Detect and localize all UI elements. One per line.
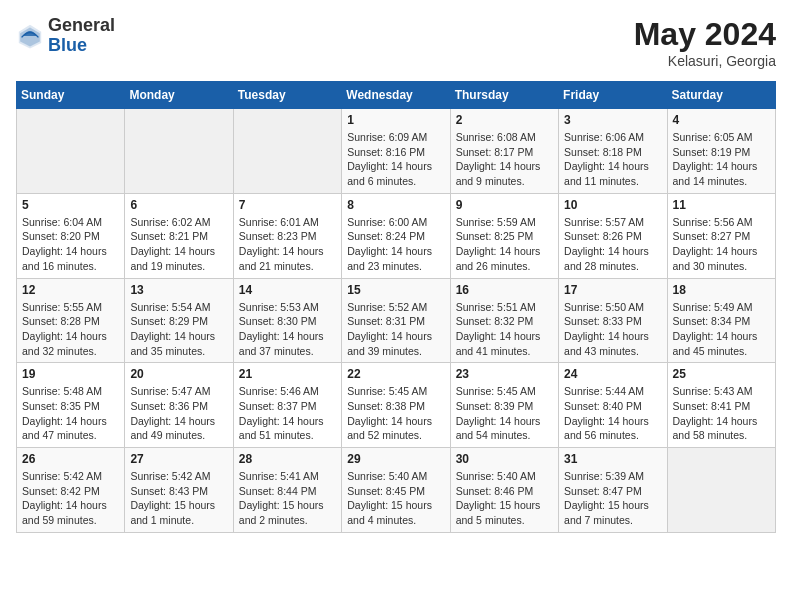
- day-number: 25: [673, 367, 770, 381]
- day-info: Sunrise: 6:08 AM Sunset: 8:17 PM Dayligh…: [456, 130, 553, 189]
- day-info: Sunrise: 5:56 AM Sunset: 8:27 PM Dayligh…: [673, 215, 770, 274]
- day-info: Sunrise: 6:04 AM Sunset: 8:20 PM Dayligh…: [22, 215, 119, 274]
- calendar-cell: 3Sunrise: 6:06 AM Sunset: 8:18 PM Daylig…: [559, 109, 667, 194]
- day-info: Sunrise: 5:43 AM Sunset: 8:41 PM Dayligh…: [673, 384, 770, 443]
- calendar-cell: 25Sunrise: 5:43 AM Sunset: 8:41 PM Dayli…: [667, 363, 775, 448]
- calendar-cell: 8Sunrise: 6:00 AM Sunset: 8:24 PM Daylig…: [342, 193, 450, 278]
- calendar-cell: 24Sunrise: 5:44 AM Sunset: 8:40 PM Dayli…: [559, 363, 667, 448]
- day-info: Sunrise: 5:54 AM Sunset: 8:29 PM Dayligh…: [130, 300, 227, 359]
- weekday-header-row: SundayMondayTuesdayWednesdayThursdayFrid…: [17, 82, 776, 109]
- weekday-header-sunday: Sunday: [17, 82, 125, 109]
- day-number: 13: [130, 283, 227, 297]
- day-number: 22: [347, 367, 444, 381]
- day-info: Sunrise: 5:59 AM Sunset: 8:25 PM Dayligh…: [456, 215, 553, 274]
- day-number: 4: [673, 113, 770, 127]
- day-number: 17: [564, 283, 661, 297]
- calendar-cell: 19Sunrise: 5:48 AM Sunset: 8:35 PM Dayli…: [17, 363, 125, 448]
- day-number: 19: [22, 367, 119, 381]
- calendar-cell: 13Sunrise: 5:54 AM Sunset: 8:29 PM Dayli…: [125, 278, 233, 363]
- day-info: Sunrise: 6:02 AM Sunset: 8:21 PM Dayligh…: [130, 215, 227, 274]
- weekday-header-friday: Friday: [559, 82, 667, 109]
- calendar-week-3: 12Sunrise: 5:55 AM Sunset: 8:28 PM Dayli…: [17, 278, 776, 363]
- calendar-week-4: 19Sunrise: 5:48 AM Sunset: 8:35 PM Dayli…: [17, 363, 776, 448]
- weekday-header-wednesday: Wednesday: [342, 82, 450, 109]
- day-info: Sunrise: 5:42 AM Sunset: 8:43 PM Dayligh…: [130, 469, 227, 528]
- calendar-cell: 26Sunrise: 5:42 AM Sunset: 8:42 PM Dayli…: [17, 448, 125, 533]
- page-header: General Blue May 2024 Kelasuri, Georgia: [16, 16, 776, 69]
- day-info: Sunrise: 6:00 AM Sunset: 8:24 PM Dayligh…: [347, 215, 444, 274]
- weekday-header-tuesday: Tuesday: [233, 82, 341, 109]
- day-number: 15: [347, 283, 444, 297]
- day-info: Sunrise: 5:45 AM Sunset: 8:38 PM Dayligh…: [347, 384, 444, 443]
- calendar-cell: [125, 109, 233, 194]
- day-info: Sunrise: 5:48 AM Sunset: 8:35 PM Dayligh…: [22, 384, 119, 443]
- day-number: 12: [22, 283, 119, 297]
- day-number: 9: [456, 198, 553, 212]
- day-number: 10: [564, 198, 661, 212]
- calendar-week-5: 26Sunrise: 5:42 AM Sunset: 8:42 PM Dayli…: [17, 448, 776, 533]
- calendar-cell: 21Sunrise: 5:46 AM Sunset: 8:37 PM Dayli…: [233, 363, 341, 448]
- day-number: 1: [347, 113, 444, 127]
- day-number: 16: [456, 283, 553, 297]
- day-info: Sunrise: 5:52 AM Sunset: 8:31 PM Dayligh…: [347, 300, 444, 359]
- day-number: 27: [130, 452, 227, 466]
- calendar-cell: 10Sunrise: 5:57 AM Sunset: 8:26 PM Dayli…: [559, 193, 667, 278]
- calendar-cell: 14Sunrise: 5:53 AM Sunset: 8:30 PM Dayli…: [233, 278, 341, 363]
- day-number: 18: [673, 283, 770, 297]
- calendar-table: SundayMondayTuesdayWednesdayThursdayFrid…: [16, 81, 776, 533]
- calendar-cell: 27Sunrise: 5:42 AM Sunset: 8:43 PM Dayli…: [125, 448, 233, 533]
- day-info: Sunrise: 5:47 AM Sunset: 8:36 PM Dayligh…: [130, 384, 227, 443]
- calendar-cell: 23Sunrise: 5:45 AM Sunset: 8:39 PM Dayli…: [450, 363, 558, 448]
- calendar-cell: [233, 109, 341, 194]
- location: Kelasuri, Georgia: [634, 53, 776, 69]
- day-number: 21: [239, 367, 336, 381]
- calendar-week-1: 1Sunrise: 6:09 AM Sunset: 8:16 PM Daylig…: [17, 109, 776, 194]
- logo-icon: [16, 22, 44, 50]
- calendar-cell: 15Sunrise: 5:52 AM Sunset: 8:31 PM Dayli…: [342, 278, 450, 363]
- calendar-week-2: 5Sunrise: 6:04 AM Sunset: 8:20 PM Daylig…: [17, 193, 776, 278]
- calendar-cell: 18Sunrise: 5:49 AM Sunset: 8:34 PM Dayli…: [667, 278, 775, 363]
- calendar-cell: 1Sunrise: 6:09 AM Sunset: 8:16 PM Daylig…: [342, 109, 450, 194]
- day-info: Sunrise: 6:06 AM Sunset: 8:18 PM Dayligh…: [564, 130, 661, 189]
- day-number: 5: [22, 198, 119, 212]
- title-block: May 2024 Kelasuri, Georgia: [634, 16, 776, 69]
- month-year: May 2024: [634, 16, 776, 53]
- day-number: 6: [130, 198, 227, 212]
- calendar-cell: 6Sunrise: 6:02 AM Sunset: 8:21 PM Daylig…: [125, 193, 233, 278]
- day-info: Sunrise: 5:40 AM Sunset: 8:45 PM Dayligh…: [347, 469, 444, 528]
- calendar-cell: [667, 448, 775, 533]
- day-info: Sunrise: 5:44 AM Sunset: 8:40 PM Dayligh…: [564, 384, 661, 443]
- calendar-cell: 9Sunrise: 5:59 AM Sunset: 8:25 PM Daylig…: [450, 193, 558, 278]
- calendar-cell: 11Sunrise: 5:56 AM Sunset: 8:27 PM Dayli…: [667, 193, 775, 278]
- day-number: 14: [239, 283, 336, 297]
- day-info: Sunrise: 5:49 AM Sunset: 8:34 PM Dayligh…: [673, 300, 770, 359]
- calendar-cell: 22Sunrise: 5:45 AM Sunset: 8:38 PM Dayli…: [342, 363, 450, 448]
- weekday-header-saturday: Saturday: [667, 82, 775, 109]
- calendar-cell: 31Sunrise: 5:39 AM Sunset: 8:47 PM Dayli…: [559, 448, 667, 533]
- day-info: Sunrise: 5:46 AM Sunset: 8:37 PM Dayligh…: [239, 384, 336, 443]
- day-info: Sunrise: 6:09 AM Sunset: 8:16 PM Dayligh…: [347, 130, 444, 189]
- day-info: Sunrise: 5:45 AM Sunset: 8:39 PM Dayligh…: [456, 384, 553, 443]
- day-number: 23: [456, 367, 553, 381]
- day-number: 24: [564, 367, 661, 381]
- calendar-cell: 20Sunrise: 5:47 AM Sunset: 8:36 PM Dayli…: [125, 363, 233, 448]
- day-info: Sunrise: 5:42 AM Sunset: 8:42 PM Dayligh…: [22, 469, 119, 528]
- day-number: 30: [456, 452, 553, 466]
- day-info: Sunrise: 5:51 AM Sunset: 8:32 PM Dayligh…: [456, 300, 553, 359]
- day-number: 2: [456, 113, 553, 127]
- day-number: 26: [22, 452, 119, 466]
- day-info: Sunrise: 5:57 AM Sunset: 8:26 PM Dayligh…: [564, 215, 661, 274]
- day-number: 8: [347, 198, 444, 212]
- day-info: Sunrise: 5:39 AM Sunset: 8:47 PM Dayligh…: [564, 469, 661, 528]
- calendar-cell: 17Sunrise: 5:50 AM Sunset: 8:33 PM Dayli…: [559, 278, 667, 363]
- day-number: 20: [130, 367, 227, 381]
- day-number: 31: [564, 452, 661, 466]
- logo-text: General Blue: [48, 16, 115, 56]
- calendar-cell: 28Sunrise: 5:41 AM Sunset: 8:44 PM Dayli…: [233, 448, 341, 533]
- weekday-header-monday: Monday: [125, 82, 233, 109]
- calendar-cell: 4Sunrise: 6:05 AM Sunset: 8:19 PM Daylig…: [667, 109, 775, 194]
- day-number: 11: [673, 198, 770, 212]
- day-info: Sunrise: 5:55 AM Sunset: 8:28 PM Dayligh…: [22, 300, 119, 359]
- weekday-header-thursday: Thursday: [450, 82, 558, 109]
- calendar-cell: 2Sunrise: 6:08 AM Sunset: 8:17 PM Daylig…: [450, 109, 558, 194]
